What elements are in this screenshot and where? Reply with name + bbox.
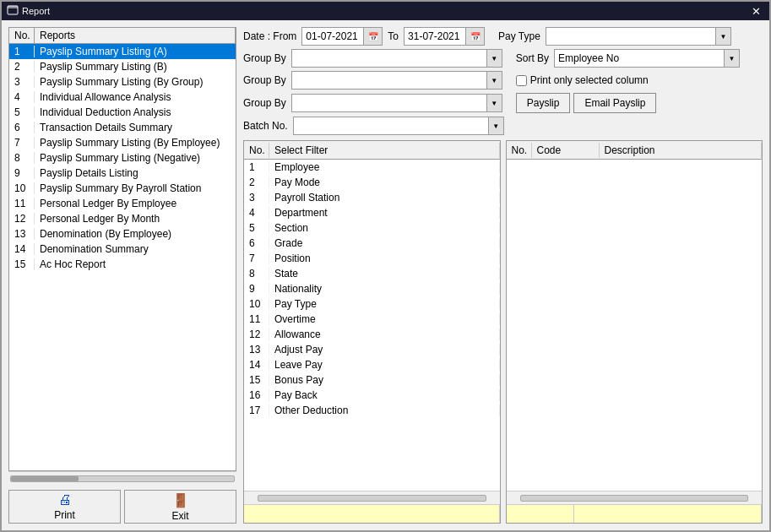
filter-table-row[interactable]: 13 Adjust Pay xyxy=(244,342,500,357)
form-row-1: Date : From 📅 To 📅 Pay Type ▼ xyxy=(243,27,763,46)
batch-no-dropdown-btn[interactable]: ▼ xyxy=(488,117,503,134)
batch-no-input[interactable] xyxy=(294,117,488,134)
report-list-item[interactable]: 11 Personal Ledger By Employee xyxy=(9,196,236,211)
report-list-item[interactable]: 6 Transaction Details Summary xyxy=(9,120,236,135)
report-item-no: 3 xyxy=(9,76,35,88)
filter-table-row[interactable]: 3 Payroll Station xyxy=(244,190,500,205)
report-item-no: 6 xyxy=(9,122,35,133)
form-row-4: Group By ▼ Payslip Email Payslip xyxy=(243,93,763,113)
date-to-calendar-btn[interactable]: 📅 xyxy=(465,28,484,45)
filter-hscroll-track[interactable] xyxy=(258,495,486,502)
filter-search-input[interactable] xyxy=(244,505,499,523)
print-only-checkbox[interactable] xyxy=(516,75,527,86)
filter-table-row[interactable]: 5 Section xyxy=(244,220,500,236)
filter-table-row[interactable]: 17 Other Deduction xyxy=(244,403,500,418)
email-payslip-button[interactable]: Email Payslip xyxy=(573,93,656,113)
report-list-item[interactable]: 9 Payslip Details Listing xyxy=(9,166,236,181)
filter-table-row[interactable]: 4 Department xyxy=(244,205,500,220)
pay-type-dropdown-btn[interactable]: ▼ xyxy=(715,28,730,45)
filter-row-label: Position xyxy=(269,252,500,264)
report-item-label: Payslip Summary Listing (By Group) xyxy=(35,76,236,88)
report-list-item[interactable]: 12 Personal Ledger By Month xyxy=(9,211,236,226)
filter-table-row[interactable]: 10 Pay Type xyxy=(244,296,500,312)
filter-table-row[interactable]: 15 Bonus Pay xyxy=(244,372,500,388)
group-by-2-input[interactable] xyxy=(292,72,486,89)
payslip-btns: Payslip Email Payslip xyxy=(516,93,657,113)
date-from-input[interactable] xyxy=(302,28,363,45)
results-code-input[interactable] xyxy=(507,505,573,523)
report-item-no: 13 xyxy=(9,228,35,240)
report-item-no: 9 xyxy=(9,167,35,179)
report-list-item[interactable]: 5 Individual Deduction Analysis xyxy=(9,105,236,120)
filter-table-row[interactable]: 14 Leave Pay xyxy=(244,357,500,372)
report-list-item[interactable]: 7 Payslip Summary Listing (By Employee) xyxy=(9,135,236,150)
results-input-cell-2 xyxy=(574,505,763,523)
filter-table-row[interactable]: 11 Overtime xyxy=(244,312,500,327)
pay-type-input[interactable] xyxy=(546,28,715,45)
filter-row-label: Payroll Station xyxy=(269,192,500,204)
group-by-1-label: Group By xyxy=(243,52,286,64)
group-by-3-input[interactable] xyxy=(292,95,486,111)
results-table-footer xyxy=(507,491,763,504)
report-list-item[interactable]: 14 Denomination Summary xyxy=(9,242,236,257)
filter-table-row[interactable]: 12 Allowance xyxy=(244,327,500,342)
group-by-1-input[interactable] xyxy=(292,50,486,67)
results-hscroll-track[interactable] xyxy=(520,495,749,502)
filter-row-label: Section xyxy=(269,222,500,234)
date-from-calendar-btn[interactable]: 📅 xyxy=(363,28,382,45)
print-icon: 🖨 xyxy=(58,492,72,508)
report-item-no: 4 xyxy=(9,91,35,103)
filter-table-body: 1 Employee 2 Pay Mode 3 Payroll Station … xyxy=(244,160,500,491)
form-row-5: Batch No. ▼ xyxy=(243,117,763,135)
report-item-no: 2 xyxy=(9,61,35,73)
report-item-label: Ac Hoc Report xyxy=(35,258,236,270)
list-header: No. Reports xyxy=(9,28,236,44)
report-item-label: Personal Ledger By Employee xyxy=(35,198,236,209)
left-hscrollbar[interactable] xyxy=(8,471,236,485)
group-by-1-dropdown-btn[interactable]: ▼ xyxy=(486,50,502,67)
group-by-2-dropdown-btn[interactable]: ▼ xyxy=(486,72,502,89)
report-list-item[interactable]: 1 Payslip Summary Listing (A) xyxy=(9,44,236,59)
left-hscroll-thumb[interactable] xyxy=(11,476,79,481)
close-button[interactable]: ✕ xyxy=(748,5,764,18)
report-list-item[interactable]: 10 Payslip Summary By Payroll Station xyxy=(9,181,236,196)
filter-table-row[interactable]: 8 State xyxy=(244,266,500,281)
filter-table-row[interactable]: 7 Position xyxy=(244,251,500,266)
filter-table-row[interactable]: 16 Pay Back xyxy=(244,388,500,403)
filter-row-no: 15 xyxy=(244,374,269,386)
group-by-3-dropdown-btn[interactable]: ▼ xyxy=(486,95,502,111)
report-list-item[interactable]: 8 Payslip Summary Listing (Negative) xyxy=(9,150,236,166)
report-list-item[interactable]: 3 Payslip Summary Listing (By Group) xyxy=(9,74,236,90)
filter-row-no: 6 xyxy=(244,237,269,249)
report-list-item[interactable]: 15 Ac Hoc Report xyxy=(9,257,236,272)
report-list-item[interactable]: 13 Denomination (By Employee) xyxy=(9,226,236,242)
sort-by-input[interactable] xyxy=(555,50,724,67)
form-area: Date : From 📅 To 📅 Pay Type ▼ xyxy=(243,27,763,135)
filter-table-row[interactable]: 6 Grade xyxy=(244,236,500,251)
filter-table-row[interactable]: 9 Nationality xyxy=(244,281,500,296)
filter-table-row[interactable]: 2 Pay Mode xyxy=(244,175,500,190)
exit-button[interactable]: 🚪 Exit xyxy=(124,490,236,524)
report-list-item[interactable]: 4 Individual Allowance Analysis xyxy=(9,90,236,105)
title-bar: Report ✕ xyxy=(2,2,769,20)
results-description-input[interactable] xyxy=(574,505,762,523)
print-only-checkbox-label[interactable]: Print only selected column xyxy=(516,74,649,86)
payslip-button[interactable]: Payslip xyxy=(516,93,571,113)
sort-by-dropdown-btn[interactable]: ▼ xyxy=(724,50,739,67)
filter-row-label: Leave Pay xyxy=(269,359,500,371)
report-item-no: 1 xyxy=(9,46,35,57)
report-item-no: 7 xyxy=(9,137,35,149)
sort-by-combo: ▼ xyxy=(554,49,740,68)
filter-row-label: Adjust Pay xyxy=(269,344,500,356)
group-by-2-combo: ▼ xyxy=(291,71,502,90)
bottom-buttons: 🖨 Print 🚪 Exit xyxy=(8,490,236,524)
print-button[interactable]: 🖨 Print xyxy=(8,490,121,524)
filter-table-row[interactable]: 1 Employee xyxy=(244,160,500,175)
filter-row-no: 4 xyxy=(244,207,269,219)
results-input-cell-1 xyxy=(507,505,574,523)
date-to-input[interactable] xyxy=(405,28,465,45)
report-item-no: 15 xyxy=(9,258,35,270)
report-list-item[interactable]: 2 Payslip Summary Listing (B) xyxy=(9,59,236,74)
left-hscroll-track xyxy=(10,475,235,482)
results-col-description: Description xyxy=(600,143,763,158)
